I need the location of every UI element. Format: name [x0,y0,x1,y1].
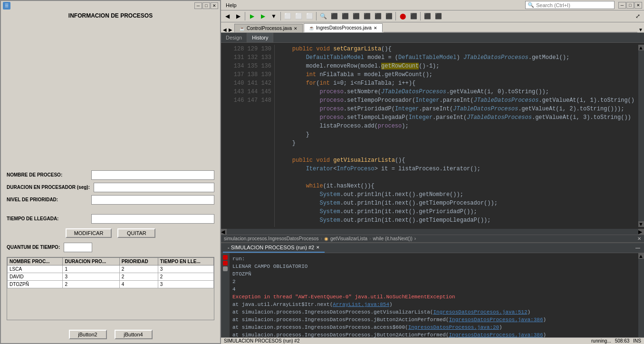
bottom-buttons: jButton2 jButton4 [1,326,220,343]
output-gutter [221,253,230,337]
back-button[interactable]: ◀ [222,11,232,21]
scroll-up-arrow[interactable]: ▲ [638,45,644,50]
tab-close-2[interactable]: ✕ [374,26,377,30]
scroll-left-arrow[interactable]: ◀ [221,229,227,235]
horizontal-scrollbar[interactable]: ◀ ▶ [221,229,644,235]
toolbar-btn-6[interactable]: ⬛ [329,11,339,21]
scroll-down-arrow[interactable]: ▼ [638,221,644,227]
forward-button[interactable]: ▶ [233,11,243,21]
toolbar-btn-9[interactable]: ⬛ [362,11,372,21]
vertical-scrollbar[interactable]: ▲ ▼ [638,45,644,227]
toolbar-sep-4 [395,12,396,20]
quantum-input[interactable] [64,243,92,252]
tiempo-llegada-input[interactable] [91,214,214,224]
breadcrumb-part-1[interactable]: simulacion.procesos.IngresosDatosProceso… [224,236,319,241]
search-input[interactable] [536,2,612,8]
toolbar-btn-7[interactable]: ⬛ [340,11,350,21]
output-panel: - SIMULACION PROCESOS (run) #2 ✕ ─ run:L… [221,242,644,337]
table-cell: 2 [119,265,158,273]
breadcrumb-close[interactable]: ✕ [637,236,641,241]
prioridad-input[interactable] [91,195,214,205]
output-collapse-button[interactable]: ─ [634,244,642,252]
breadcrumb-sep-1: › [321,236,322,241]
output-link[interactable]: IngresosDatosProcesos.java:386 [449,332,543,337]
output-scrollbar[interactable]: ▲ [638,253,644,337]
modificar-button[interactable]: MODIFICAR [66,228,112,238]
output-error-line: Exception in thread "AWT-EventQueue-0" j… [232,293,635,301]
close-button[interactable]: ✕ [211,2,218,9]
jbutton4[interactable]: jButton4 [115,330,153,339]
scroll-right-arrow[interactable]: ▶ [638,229,644,235]
run-button[interactable]: ▶ [247,11,257,21]
toolbar-btn-3[interactable]: ⬜ [282,11,293,21]
ide-panel: Help 🔍 ─ □ ✕ ◀ ▶ ▶ ▶ ▼ ⬜ ⬜ ⬜ 🔍 ⬛ ⬛ ⬛ ⬛ ⬛… [221,0,644,344]
left-panel: ☰ ─ □ ✕ INFORMACION DE PROCESOS NOMBRE D… [0,0,221,344]
col-tiempo: TIEMPO EN LLE... [158,257,213,265]
output-scroll-up[interactable]: ▲ [638,253,644,259]
toolbar-btn-4[interactable]: ⬜ [293,11,304,21]
tab-ingreso-datos[interactable]: ☕ IngresDatosProcesos.java ✕ [304,23,383,32]
tab-scroll-left[interactable]: ◀ [222,27,228,32]
status-bar-right: running... 508:63 INS [591,338,641,344]
maximize-button[interactable]: □ [202,2,210,9]
help-menu[interactable]: Help [223,2,240,9]
nombre-proceso-input[interactable] [91,170,214,180]
table-cell: DAVID [8,273,63,280]
settings-icon [223,266,228,271]
toolbar-btn-14[interactable]: ⬛ [433,11,443,21]
jbutton2[interactable]: jButton2 [69,330,107,339]
toolbar-btn-8[interactable]: ⬛ [351,11,361,21]
ide-maximize-button[interactable]: □ [626,2,634,9]
output-tab-run[interactable]: - SIMULACION PROCESOS (run) #2 ✕ [223,243,325,253]
toolbar-btn-5[interactable]: ⬜ [304,11,315,21]
tab-label-2: IngresDatosProcesos.java [316,25,372,30]
breadcrumb-bar: simulacion.procesos.IngresosDatosProceso… [221,235,644,242]
nombre-proceso-row: NOMBRE DE PROCESO: [7,170,214,180]
tab-control-procesos[interactable]: ☕ ControlProcesos.java ✕ [234,24,303,32]
expand-button[interactable]: ⤢ [633,11,643,21]
toolbar-btn-12[interactable]: ⬛ [408,11,419,21]
stop-button[interactable]: ⬤ [397,11,408,21]
output-link[interactable]: ArrayList.java:854 [333,302,389,307]
panel-title: INFORMACION DE PROCESOS [1,10,220,167]
breadcrumb-circle-icon: ◉ [324,236,328,241]
toolbar-sep-3 [316,12,317,20]
tab-close-1[interactable]: ✕ [294,26,298,31]
output-link[interactable]: IngresosDatosProcesos.java:20 [408,324,499,330]
run-btn-2[interactable]: ▼ [269,11,279,21]
output-line: run: [232,255,635,263]
debug-button[interactable]: ▶ [258,11,268,21]
app-icon: ☰ [3,2,10,10]
table-row: LSCA123 [8,265,214,273]
table-cell: 2 [63,280,119,288]
status-bar: SIMULACION PROCESOS (run) #2 running... … [221,337,644,344]
status-running: running... [591,338,611,344]
output-link[interactable]: IngresosDatosProcesos.java:512 [433,309,527,315]
left-window-controls: ☰ ─ □ ✕ [1,1,220,10]
breadcrumb-part-3[interactable]: while (it.hasNext()) [373,236,412,241]
toolbar-btn-11[interactable]: ⬛ [384,11,394,21]
quantum-label: QUANTUM DE TIEMPO: [7,245,60,250]
tab-design[interactable]: Design [221,33,247,42]
toolbar-btn-13[interactable]: ⬛ [422,11,433,21]
tab-scroll-right[interactable]: ▶ [228,27,233,32]
tab-menu-button[interactable]: ▼ [638,27,643,32]
output-tab-close[interactable]: ✕ [316,245,320,250]
toolbar-sep-1 [245,12,245,20]
ide-minimize-button[interactable]: ─ [618,2,626,9]
prioridad-label: NIVEL DE PRIORIDAD: [7,197,87,202]
col-nombre: NOMBRE PROC... [8,257,63,265]
breadcrumb-part-2[interactable]: getVisualizarLista [330,236,367,241]
java-icon-1: ☕ [240,26,245,31]
tab-history[interactable]: History [247,33,273,42]
duracion-input[interactable] [94,183,214,192]
code-editor[interactable]: 128 129 130 131 132 133 134 135 136 137 … [221,43,644,229]
search-toolbar-btn[interactable]: 🔍 [318,11,328,21]
minimize-button[interactable]: ─ [194,2,202,9]
col-duracion: DURACION PRO... [63,257,119,265]
toolbar-sep-5 [420,12,421,20]
ide-close-button[interactable]: ✕ [634,2,642,9]
output-link[interactable]: IngresosDatosProcesos.java:386 [449,317,543,323]
toolbar-btn-10[interactable]: ⬛ [373,11,383,21]
quitar-button[interactable]: QUITAR [117,228,155,238]
